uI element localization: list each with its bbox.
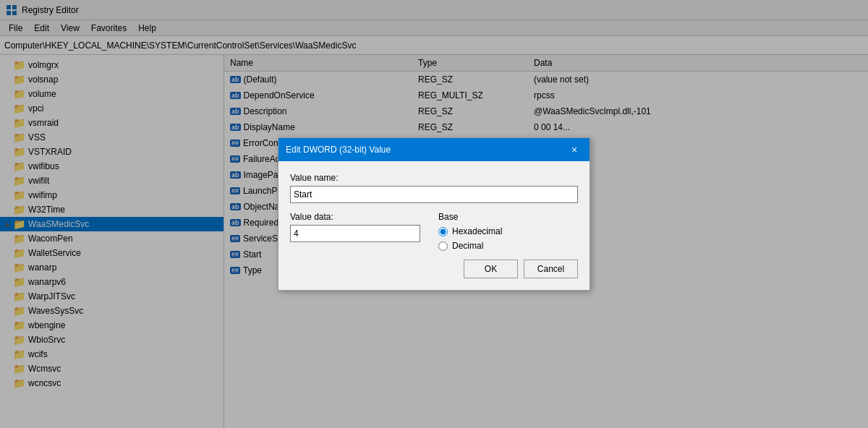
dialog-title-bar: Edit DWORD (32-bit) Value ×: [278, 138, 590, 161]
radio-decimal[interactable]: Decimal: [438, 241, 578, 251]
edit-dword-dialog: Edit DWORD (32-bit) Value × Value name: …: [278, 137, 590, 291]
radio-hexadecimal[interactable]: Hexadecimal: [438, 226, 578, 236]
value-name-field: Value name:: [290, 173, 578, 203]
modal-overlay: Edit DWORD (32-bit) Value × Value name: …: [0, 0, 868, 428]
dialog-buttons: OK Cancel: [290, 260, 578, 278]
base-section: Base Hexadecimal Decimal: [438, 212, 578, 251]
value-data-section: Value data:: [290, 212, 430, 251]
base-radio-group: Hexadecimal Decimal: [438, 226, 578, 251]
dialog-body: Value name: Value data: Base Hexadecimal: [278, 161, 590, 290]
radio-hexadecimal-label: Hexadecimal: [452, 226, 502, 236]
value-name-input[interactable]: [290, 186, 578, 203]
ok-button[interactable]: OK: [464, 260, 518, 278]
value-data-input[interactable]: [290, 225, 420, 242]
dialog-title: Edit DWORD (32-bit) Value: [286, 145, 391, 155]
base-label: Base: [438, 212, 578, 222]
dialog-data-row: Value data: Base Hexadecimal Decimal: [290, 212, 578, 251]
value-name-label: Value name:: [290, 173, 578, 183]
radio-decimal-input[interactable]: [438, 241, 448, 251]
value-data-label: Value data:: [290, 212, 430, 222]
dialog-close-button[interactable]: ×: [566, 142, 582, 158]
radio-decimal-label: Decimal: [452, 241, 483, 251]
cancel-button[interactable]: Cancel: [524, 260, 578, 278]
radio-hexadecimal-input[interactable]: [438, 227, 448, 236]
